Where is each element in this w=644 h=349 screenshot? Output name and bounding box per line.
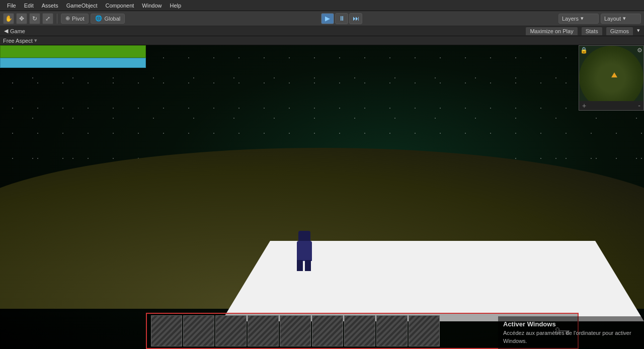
gizmos-button[interactable]: Gizmos [606, 27, 633, 35]
hotbar-slot-1[interactable] [151, 315, 182, 346]
minimap: 🔒 ⚙ + - [579, 45, 644, 111]
minimap-terrain [579, 46, 643, 110]
character-head [298, 231, 310, 242]
character-body [297, 241, 312, 261]
menu-edit[interactable]: Edit [20, 2, 38, 10]
menu-file[interactable]: File [3, 2, 20, 10]
stats-button[interactable]: Stats [582, 27, 602, 35]
menu-help[interactable]: Help [166, 2, 185, 10]
pivot-label: Pivot [72, 16, 84, 22]
game-panel: ◀ Game Maximize on Play Stats Gizmos ▾ F… [0, 26, 644, 349]
menu-gameobject[interactable]: GameObject [62, 2, 102, 10]
pivot-icon: ⊕ [65, 15, 70, 22]
global-button[interactable]: 🌐 Global [91, 14, 125, 24]
toolbar-separator-1 [57, 14, 57, 24]
play-icon: ▶ [325, 15, 330, 22]
menu-window[interactable]: Window [138, 2, 166, 10]
menu-assets[interactable]: Assets [38, 2, 62, 10]
scale-tool-button[interactable]: ⤢ [42, 13, 53, 24]
rotate-tool-button[interactable]: ↻ [29, 13, 40, 24]
game-title-label: Game [10, 28, 25, 34]
hotbar-slot-5[interactable] [280, 315, 311, 346]
character-leg-left [297, 260, 303, 271]
minimap-lock-icon[interactable]: 🔒 [580, 47, 588, 54]
character [292, 226, 317, 271]
free-aspect-chevron-icon: ▾ [34, 37, 37, 44]
minimap-settings-icon[interactable]: ⚙ [637, 47, 642, 54]
hotbar-slot-3[interactable] [215, 315, 247, 346]
game-scene: 🔒 ⚙ + - 🗝 Active [0, 45, 644, 349]
minimap-zoom-out-button[interactable]: + [582, 102, 586, 110]
layout-chevron-icon: ▾ [623, 15, 626, 22]
gizmos-chevron-icon: ▾ [637, 27, 640, 35]
step-icon: ⏭ [353, 15, 359, 22]
hud-grass-bar [0, 45, 146, 58]
layout-dropdown[interactable]: Layout ▾ [601, 14, 641, 24]
menu-bar: File Edit Assets GameObject Component Wi… [0, 0, 644, 11]
pause-icon: ⏸ [339, 15, 345, 22]
activate-windows-text: Accédez aux paramètres de l'ordinateur p… [503, 329, 639, 345]
global-label: Global [104, 16, 120, 22]
platform [221, 241, 644, 321]
hotbar-slot-2[interactable] [183, 315, 214, 346]
hotbar-slot-6[interactable] [312, 315, 343, 346]
character-leg-right [305, 260, 311, 271]
maximize-on-play-button[interactable]: Maximize on Play [526, 27, 577, 35]
hotbar-slot-8[interactable] [376, 315, 408, 346]
game-titlebar: ◀ Game Maximize on Play Stats Gizmos ▾ [0, 26, 644, 36]
layers-label: Layers [562, 16, 579, 22]
layers-chevron-icon: ▾ [581, 15, 584, 22]
game-panel-title: ◀ Game [4, 28, 25, 34]
pivot-button[interactable]: ⊕ Pivot [61, 14, 89, 24]
panel-controls: Maximize on Play Stats Gizmos ▾ [526, 27, 640, 35]
hotbar-slot-9[interactable] [409, 315, 440, 346]
layout-label: Layout [604, 16, 621, 22]
minimap-player-marker [611, 72, 617, 77]
hotbar-slot-4[interactable] [248, 315, 279, 346]
free-aspect-label[interactable]: Free Aspect [3, 38, 33, 44]
move-tool-button[interactable]: ✥ [16, 13, 27, 24]
toolbar: ✋ ✥ ↻ ⤢ ⊕ Pivot 🌐 Global ▶ ⏸ ⏭ Layers ▾ … [0, 11, 644, 26]
hand-tool-button[interactable]: ✋ [3, 13, 14, 24]
pause-button[interactable]: ⏸ [335, 13, 348, 24]
menu-component[interactable]: Component [101, 2, 138, 10]
step-button[interactable]: ⏭ [349, 13, 362, 24]
game-back-arrow-icon: ◀ [4, 28, 8, 34]
hotbar-slot-7[interactable] [344, 315, 375, 346]
minimap-zoom-in-button[interactable]: - [638, 102, 640, 110]
activate-windows-title: Activer Windows [503, 320, 639, 328]
hud-blue-bar [0, 58, 146, 68]
activate-windows-notice: Activer Windows Accédez aux paramètres d… [498, 316, 644, 349]
play-button[interactable]: ▶ [321, 13, 334, 24]
layers-dropdown[interactable]: Layers ▾ [558, 14, 599, 24]
global-icon: 🌐 [95, 15, 102, 22]
game-subbar: Free Aspect ▾ [0, 36, 644, 45]
minimap-controls: + - [579, 101, 643, 110]
play-controls: ▶ ⏸ ⏭ [321, 13, 362, 24]
